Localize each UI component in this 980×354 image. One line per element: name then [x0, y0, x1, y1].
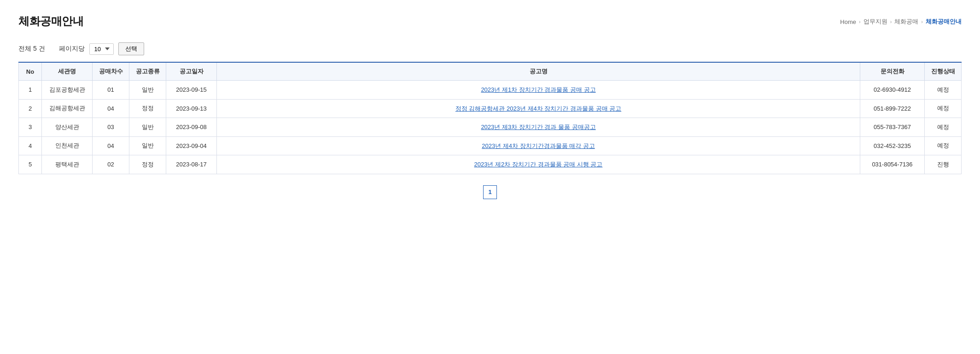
table-row: 4 인천세관 04 일반 2023-09-04 2023년 제4차 장치기간경과…: [19, 136, 962, 155]
breadcrumb-auction: 체화공매: [894, 18, 918, 26]
cell-name[interactable]: 정정 김해공항세관 2023년 제4차 장치기간 경과물품 공매 공고: [217, 99, 860, 118]
breadcrumb-sep-3: ›: [921, 19, 923, 24]
cell-auction-num: 04: [93, 99, 129, 118]
cell-customs: 김해공항세관: [42, 99, 93, 118]
col-header-status: 진행상태: [925, 62, 962, 81]
col-header-auction-num: 공매차수: [93, 62, 129, 81]
cell-customs: 김포공항세관: [42, 81, 93, 100]
cell-phone: 02-6930-4912: [860, 81, 925, 100]
cell-no: 1: [19, 81, 42, 100]
cell-status: 진행: [925, 155, 962, 174]
table-header: No 세관명 공매차수 공고종류 공고일자 공고명 문의전화 진행상태: [19, 62, 962, 81]
breadcrumb-current: 체화공매안내: [926, 18, 962, 26]
page-header: 체화공매안내 Home › 업무지원 › 체화공매 › 체화공매안내: [18, 14, 962, 29]
cell-phone: 032-452-3235: [860, 136, 925, 155]
select-button[interactable]: 선택: [118, 42, 144, 55]
page-btn-1[interactable]: 1: [483, 185, 497, 199]
cell-no: 5: [19, 155, 42, 174]
announcement-link[interactable]: 2023년 제3차 장치기간 경과 물품 공매공고: [481, 124, 595, 130]
per-page-select[interactable]: 10 20 30 50: [89, 43, 114, 55]
cell-type: 정정: [129, 155, 166, 174]
cell-auction-num: 03: [93, 118, 129, 137]
table-row: 3 양산세관 03 일반 2023-09-08 2023년 제3차 장치기간 경…: [19, 118, 962, 137]
cell-auction-num: 01: [93, 81, 129, 100]
col-header-customs: 세관명: [42, 62, 93, 81]
cell-name[interactable]: 2023년 제3차 장치기간 경과 물품 공매공고: [217, 118, 860, 137]
cell-auction-num: 02: [93, 155, 129, 174]
cell-status: 예정: [925, 118, 962, 137]
cell-date: 2023-09-15: [166, 81, 217, 100]
controls-bar: 전체 5 건 페이지당 10 20 30 50 선택: [18, 42, 962, 55]
breadcrumb-home: Home: [840, 18, 856, 25]
cell-no: 3: [19, 118, 42, 137]
cell-date: 2023-09-08: [166, 118, 217, 137]
cell-type: 정정: [129, 99, 166, 118]
cell-date: 2023-08-17: [166, 155, 217, 174]
announcement-link[interactable]: 2023년 제4차 장치기간경과물품 매각 공고: [482, 142, 595, 149]
cell-name[interactable]: 2023년 제4차 장치기간경과물품 매각 공고: [217, 136, 860, 155]
cell-date: 2023-09-04: [166, 136, 217, 155]
cell-auction-num: 04: [93, 136, 129, 155]
table-row: 1 김포공항세관 01 일반 2023-09-15 2023년 제1차 장치기간…: [19, 81, 962, 100]
page-title: 체화공매안내: [18, 14, 83, 29]
cell-phone: 055-783-7367: [860, 118, 925, 137]
cell-type: 일반: [129, 136, 166, 155]
col-header-date: 공고일자: [166, 62, 217, 81]
breadcrumb-sep-1: ›: [859, 19, 861, 24]
cell-name[interactable]: 2023년 제2차 장치기간 경과물품 공매 시행 공고: [217, 155, 860, 174]
cell-type: 일반: [129, 118, 166, 137]
cell-date: 2023-09-13: [166, 99, 217, 118]
cell-customs: 양산세관: [42, 118, 93, 137]
announcement-link[interactable]: 2023년 제2차 장치기간 경과물품 공매 시행 공고: [474, 161, 603, 168]
table-body: 1 김포공항세관 01 일반 2023-09-15 2023년 제1차 장치기간…: [19, 81, 962, 174]
breadcrumb-biz: 업무지원: [863, 18, 887, 26]
col-header-no: No: [19, 62, 42, 81]
cell-phone: 031-8054-7136: [860, 155, 925, 174]
cell-status: 예정: [925, 136, 962, 155]
col-header-name: 공고명: [217, 62, 860, 81]
cell-no: 2: [19, 99, 42, 118]
auction-table: No 세관명 공매차수 공고종류 공고일자 공고명 문의전화 진행상태 1 김포…: [18, 62, 962, 174]
breadcrumb-sep-2: ›: [890, 19, 892, 24]
per-page-label: 페이지당: [59, 45, 85, 53]
cell-customs: 평택세관: [42, 155, 93, 174]
cell-type: 일반: [129, 81, 166, 100]
cell-status: 예정: [925, 81, 962, 100]
cell-no: 4: [19, 136, 42, 155]
pagination: 1: [18, 185, 962, 199]
cell-name[interactable]: 2023년 제1차 장치기간 경과물품 공매 공고: [217, 81, 860, 100]
breadcrumb: Home › 업무지원 › 체화공매 › 체화공매안내: [840, 18, 962, 26]
cell-customs: 인천세관: [42, 136, 93, 155]
table-row: 5 평택세관 02 정정 2023-08-17 2023년 제2차 장치기간 경…: [19, 155, 962, 174]
table-row: 2 김해공항세관 04 정정 2023-09-13 정정 김해공항세관 2023…: [19, 99, 962, 118]
col-header-phone: 문의전화: [860, 62, 925, 81]
col-header-type: 공고종류: [129, 62, 166, 81]
cell-phone: 051-899-7222: [860, 99, 925, 118]
announcement-link[interactable]: 2023년 제1차 장치기간 경과물품 공매 공고: [481, 86, 595, 93]
total-count-label: 전체 5 건: [18, 45, 45, 53]
announcement-link[interactable]: 정정 김해공항세관 2023년 제4차 장치기간 경과물품 공매 공고: [455, 105, 621, 112]
cell-status: 예정: [925, 99, 962, 118]
